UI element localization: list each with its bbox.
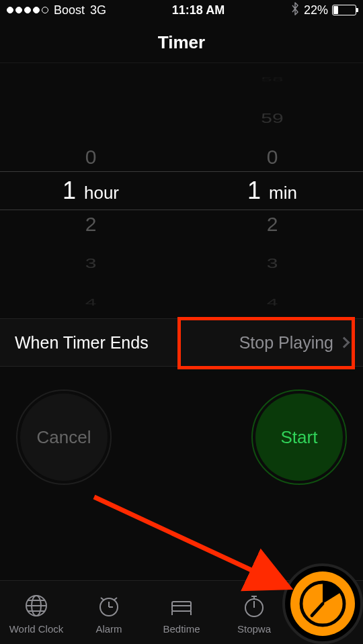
page-title: Timer <box>0 20 363 63</box>
picker-min-below1: 2 <box>252 205 292 244</box>
timer-tab-highlight[interactable] <box>282 563 363 644</box>
carrier-label: Boost <box>54 3 85 17</box>
tab-stopwatch[interactable]: Stopwa <box>218 581 290 644</box>
picker-hour-below2: 3 <box>71 250 111 277</box>
tab-bedtime[interactable]: Bedtime <box>145 581 218 644</box>
hours-wheel[interactable]: 0 1 hour 2 3 4 <box>0 70 182 312</box>
globe-icon <box>22 591 51 620</box>
picker-min-below3: 4 <box>252 293 292 312</box>
battery-icon <box>332 5 356 15</box>
status-time: 11:18 AM <box>172 3 225 17</box>
tab-world-clock[interactable]: World Clock <box>0 581 73 644</box>
signal-strength-icon <box>7 7 48 13</box>
bluetooth-icon <box>290 2 300 19</box>
when-timer-ends-row[interactable]: When Timer Ends Stop Playing <box>0 318 363 367</box>
picker-hour-selected: 1 <box>63 177 76 205</box>
timer-icon <box>290 571 355 636</box>
minutes-wheel[interactable]: 58 59 0 1 min 2 3 4 <box>182 70 363 312</box>
tab-label: Alarm <box>95 623 122 635</box>
bed-icon <box>167 591 196 620</box>
picker-hour-below3: 4 <box>71 293 111 312</box>
tab-label: World Clock <box>9 623 64 635</box>
network-label: 3G <box>90 3 106 17</box>
duration-picker[interactable]: 0 1 hour 2 3 4 58 59 0 1 min 2 3 4 <box>0 70 363 312</box>
picker-min-selected: 1 <box>247 177 261 205</box>
svg-line-20 <box>94 497 289 588</box>
chevron-right-icon <box>339 337 350 349</box>
picker-min-above3: 58 <box>252 73 292 85</box>
start-button-label: Start <box>281 427 318 448</box>
stopwatch-icon <box>239 591 269 620</box>
tab-label: Bedtime <box>163 623 200 635</box>
cancel-button[interactable]: Cancel <box>20 394 108 481</box>
picker-min-below2: 3 <box>252 250 292 277</box>
picker-min-above1: 0 <box>252 138 292 177</box>
start-button[interactable]: Start <box>255 394 343 481</box>
svg-line-19 <box>312 604 323 616</box>
when-ends-label: When Timer Ends <box>15 333 149 353</box>
tab-alarm[interactable]: Alarm <box>73 581 145 644</box>
picker-hour-above: 0 <box>71 138 111 177</box>
picker-hour-unit: hour <box>84 183 119 203</box>
when-ends-value: Stop Playing <box>239 333 333 353</box>
alarm-clock-icon <box>94 591 124 620</box>
svg-line-9 <box>114 598 117 600</box>
status-bar: Boost 3G 11:18 AM 22% <box>0 0 363 20</box>
picker-hour-below1: 2 <box>71 205 111 244</box>
cancel-button-label: Cancel <box>37 427 91 448</box>
tab-label: Stopwa <box>237 623 271 635</box>
svg-line-8 <box>101 598 104 600</box>
picker-min-unit: min <box>269 183 297 203</box>
battery-pct: 22% <box>304 3 328 17</box>
picker-min-above2: 59 <box>252 105 292 132</box>
